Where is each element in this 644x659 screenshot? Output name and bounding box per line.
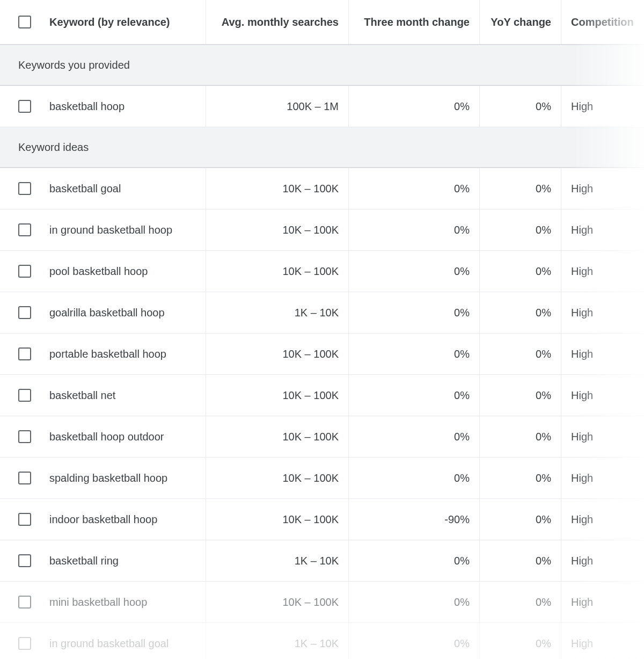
competition-cell: High	[561, 582, 644, 622]
yoy-cell: 0%	[480, 582, 561, 622]
keyword-text: basketball ring	[49, 555, 119, 567]
three-month-cell: 0%	[349, 582, 480, 622]
yoy-cell: 0%	[480, 334, 561, 374]
competition-cell: High	[561, 375, 644, 416]
yoy-cell: 0%	[480, 292, 561, 333]
row-checkbox[interactable]	[18, 554, 31, 567]
yoy-cell: 0%	[480, 458, 561, 498]
section-ideas: Keyword ideas	[0, 127, 644, 168]
row-checkbox[interactable]	[18, 100, 31, 113]
keyword-cell: basketball hoop outdoor	[0, 416, 206, 457]
keyword-text: in ground basketball goal	[49, 638, 169, 650]
keyword-cell: basketball hoop	[0, 86, 206, 127]
row-checkbox[interactable]	[18, 306, 31, 319]
avg-searches-cell: 10K – 100K	[206, 168, 349, 209]
three-month-cell: 0%	[349, 540, 480, 581]
table-row: basketball hoop outdoor10K – 100K0%0%Hig…	[0, 416, 644, 458]
table-row: in ground basketball goal1K – 10K0%0%Hig…	[0, 623, 644, 659]
keyword-text: in ground basketball hoop	[49, 224, 172, 236]
row-checkbox[interactable]	[18, 637, 31, 650]
three-month-cell: 0%	[349, 416, 480, 457]
row-checkbox[interactable]	[18, 472, 31, 484]
three-month-cell: -90%	[349, 499, 480, 540]
row-checkbox[interactable]	[18, 223, 31, 236]
table-row: basketball hoop100K – 1M0%0%High	[0, 86, 644, 127]
keyword-text: spalding basketball hoop	[49, 472, 167, 484]
keyword-text: basketball goal	[49, 183, 121, 195]
keyword-cell: basketball net	[0, 375, 206, 416]
table-header-row: Keyword (by relevance) Avg. monthly sear…	[0, 0, 644, 45]
competition-cell: High	[561, 86, 644, 127]
section-provided-label: Keywords you provided	[18, 59, 130, 71]
three-month-cell: 0%	[349, 458, 480, 498]
competition-cell: High	[561, 458, 644, 498]
header-keyword-cell: Keyword (by relevance)	[0, 0, 206, 44]
header-three-month[interactable]: Three month change	[349, 0, 480, 44]
row-checkbox[interactable]	[18, 389, 31, 402]
table-row: in ground basketball hoop10K – 100K0%0%H…	[0, 209, 644, 251]
keyword-table: Keyword (by relevance) Avg. monthly sear…	[0, 0, 644, 659]
avg-searches-cell: 10K – 100K	[206, 251, 349, 292]
avg-searches-cell: 1K – 10K	[206, 623, 349, 659]
three-month-cell: 0%	[349, 86, 480, 127]
three-month-cell: 0%	[349, 334, 480, 374]
row-checkbox[interactable]	[18, 513, 31, 526]
yoy-cell: 0%	[480, 209, 561, 250]
keyword-text: indoor basketball hoop	[49, 513, 157, 526]
table-row: pool basketball hoop10K – 100K0%0%High	[0, 251, 644, 292]
keyword-text: mini basketball hoop	[49, 596, 147, 609]
avg-searches-cell: 10K – 100K	[206, 416, 349, 457]
competition-cell: High	[561, 540, 644, 581]
avg-searches-cell: 10K – 100K	[206, 375, 349, 416]
three-month-cell: 0%	[349, 292, 480, 333]
table-row: basketball goal10K – 100K0%0%High	[0, 168, 644, 209]
avg-searches-cell: 10K – 100K	[206, 334, 349, 374]
keyword-text: goalrilla basketball hoop	[49, 307, 165, 319]
keyword-text: basketball hoop outdoor	[49, 431, 164, 443]
header-keyword[interactable]: Keyword (by relevance)	[49, 16, 170, 28]
avg-searches-cell: 100K – 1M	[206, 86, 349, 127]
header-yoy[interactable]: YoY change	[480, 0, 561, 44]
competition-cell: High	[561, 334, 644, 374]
keyword-cell: spalding basketball hoop	[0, 458, 206, 498]
three-month-cell: 0%	[349, 375, 480, 416]
keyword-cell: goalrilla basketball hoop	[0, 292, 206, 333]
keyword-cell: portable basketball hoop	[0, 334, 206, 374]
competition-cell: High	[561, 416, 644, 457]
table-row: basketball net10K – 100K0%0%High	[0, 375, 644, 416]
row-checkbox[interactable]	[18, 182, 31, 195]
keyword-text: pool basketball hoop	[49, 265, 148, 278]
keyword-cell: basketball goal	[0, 168, 206, 209]
table-row: mini basketball hoop10K – 100K0%0%High	[0, 582, 644, 623]
yoy-cell: 0%	[480, 375, 561, 416]
three-month-cell: 0%	[349, 251, 480, 292]
header-competition[interactable]: Competition	[561, 0, 644, 44]
row-checkbox[interactable]	[18, 430, 31, 443]
keyword-text: basketball hoop	[49, 100, 125, 113]
select-all-checkbox[interactable]	[18, 16, 31, 28]
yoy-cell: 0%	[480, 416, 561, 457]
avg-searches-cell: 10K – 100K	[206, 209, 349, 250]
row-checkbox[interactable]	[18, 596, 31, 609]
yoy-cell: 0%	[480, 86, 561, 127]
table-row: portable basketball hoop10K – 100K0%0%Hi…	[0, 334, 644, 375]
section-provided: Keywords you provided	[0, 45, 644, 86]
competition-cell: High	[561, 209, 644, 250]
keyword-cell: indoor basketball hoop	[0, 499, 206, 540]
competition-cell: High	[561, 623, 644, 659]
three-month-cell: 0%	[349, 168, 480, 209]
keyword-cell: basketball ring	[0, 540, 206, 581]
header-avg-searches[interactable]: Avg. monthly searches	[206, 0, 349, 44]
avg-searches-cell: 1K – 10K	[206, 540, 349, 581]
competition-cell: High	[561, 499, 644, 540]
row-checkbox[interactable]	[18, 265, 31, 278]
row-checkbox[interactable]	[18, 347, 31, 360]
keyword-text: basketball net	[49, 389, 115, 402]
yoy-cell: 0%	[480, 623, 561, 659]
competition-cell: High	[561, 168, 644, 209]
table-row: basketball ring1K – 10K0%0%High	[0, 540, 644, 582]
three-month-cell: 0%	[349, 209, 480, 250]
table-row: goalrilla basketball hoop1K – 10K0%0%Hig…	[0, 292, 644, 334]
keyword-cell: in ground basketball goal	[0, 623, 206, 659]
avg-searches-cell: 10K – 100K	[206, 458, 349, 498]
